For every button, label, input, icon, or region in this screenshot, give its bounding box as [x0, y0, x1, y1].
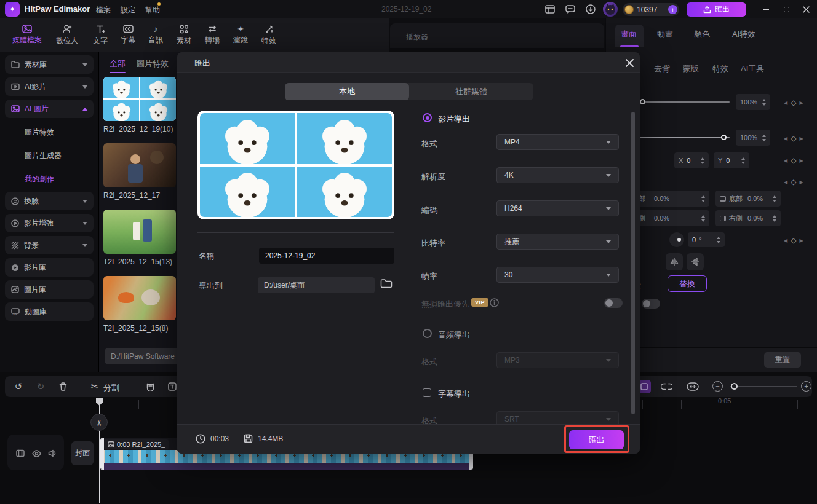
tab-color[interactable]: 顏色	[694, 29, 710, 40]
bitrate-select[interactable]: 推薦	[496, 234, 619, 250]
fit-timeline-icon[interactable]	[685, 380, 700, 393]
sidebar-item-image-library[interactable]: 圖片庫	[5, 280, 94, 299]
sidebar-item-video-enhance[interactable]: 影片增強	[5, 214, 94, 232]
media-item-thumbnail[interactable]	[103, 77, 176, 121]
position-keyframe-nav[interactable]: ◀◇▶	[784, 156, 803, 165]
sidebar-subitem-my-creations[interactable]: 我的創作	[25, 174, 54, 184]
media-item-thumbnail[interactable]	[103, 276, 176, 320]
resolution-select[interactable]: 4K	[496, 167, 619, 183]
credits-pill[interactable]: 10397 +	[623, 3, 679, 16]
scale-slider-handle[interactable]	[640, 99, 645, 104]
format-select[interactable]: MP4	[496, 134, 619, 150]
sidebar-subitem-image-generator[interactable]: 圖片生成器	[25, 151, 62, 161]
keyframe-add-icon[interactable]: ◇	[791, 156, 796, 165]
redo-icon[interactable]: ↻	[33, 380, 48, 393]
keyframe-next-icon[interactable]: ▶	[799, 136, 803, 141]
minimize-button[interactable]	[762, 5, 770, 14]
rotation-dial[interactable]	[669, 232, 684, 247]
video-export-radio[interactable]	[423, 113, 432, 122]
track-mute-icon[interactable]	[48, 449, 57, 460]
close-button[interactable]	[802, 5, 810, 14]
sidebar-item-ai-video[interactable]: AI影片	[5, 77, 94, 96]
crop-left-stepper[interactable]	[701, 215, 705, 222]
scale-stepper[interactable]	[762, 99, 766, 106]
rotation-keyframe-nav[interactable]: ◀◇▶	[784, 236, 803, 245]
inspector-toggle[interactable]	[642, 299, 660, 309]
opacity-keyframe-nav[interactable]: ◀◇▶	[784, 134, 803, 143]
dialog-close-button[interactable]	[624, 57, 635, 68]
keyframe-prev-icon[interactable]: ◀	[784, 158, 787, 163]
flip-vertical-button[interactable]	[687, 253, 704, 270]
track-visibility-icon[interactable]	[32, 449, 41, 460]
opacity-stepper[interactable]	[762, 135, 766, 141]
keyframe-prev-icon[interactable]: ◀	[784, 238, 787, 243]
rotation-stepper[interactable]	[717, 237, 720, 243]
x-stepper[interactable]	[701, 157, 704, 164]
keyframe-next-icon[interactable]: ▶	[799, 238, 803, 243]
audio-export-radio[interactable]	[423, 329, 432, 338]
media-tab-all[interactable]: 全部	[110, 58, 126, 69]
keyframe-prev-icon[interactable]: ◀	[784, 136, 787, 141]
keyframe-add-icon[interactable]: ◇	[791, 178, 796, 186]
crop-bottom-stepper[interactable]	[773, 195, 776, 202]
keyframe-next-icon[interactable]: ▶	[799, 179, 803, 185]
opacity-slider[interactable]	[637, 137, 730, 138]
codec-select[interactable]: H264	[496, 200, 619, 216]
maximize-button[interactable]	[782, 5, 791, 14]
zoom-in-icon[interactable]: +	[801, 381, 811, 392]
media-item-thumbnail[interactable]	[103, 210, 176, 254]
export-name-field[interactable]	[259, 248, 394, 264]
scissors-icon[interactable]: ✂	[87, 380, 102, 393]
menu-settings[interactable]: 設定	[121, 5, 135, 15]
dialog-scrollbar[interactable]	[631, 112, 635, 414]
opacity-value-box[interactable]: 100%	[736, 130, 770, 146]
download-icon[interactable]	[584, 4, 597, 15]
cover-button[interactable]: 封面	[71, 441, 94, 465]
tab-ai-effects[interactable]: AI特效	[732, 29, 755, 40]
sidebar-item-material-library[interactable]: 素材庫	[5, 55, 94, 74]
zoom-out-icon[interactable]: −	[712, 381, 723, 392]
lossless-toggle[interactable]	[604, 298, 623, 308]
crop-keyframe-nav[interactable]: ◀◇▶	[784, 178, 803, 186]
add-credits-button[interactable]: +	[668, 5, 677, 14]
crop-right-box[interactable]: 右側 0.0%	[715, 210, 781, 226]
framerate-select[interactable]: 30	[496, 267, 619, 283]
replace-button[interactable]: 替換	[668, 275, 707, 292]
tab-local[interactable]: 本地	[285, 83, 409, 100]
keyframe-prev-icon[interactable]: ◀	[784, 100, 787, 106]
avatar[interactable]	[603, 2, 618, 17]
menu-help[interactable]: 幫助	[145, 5, 160, 15]
position-x-box[interactable]: X 0	[674, 152, 709, 168]
sidebar-item-ai-image[interactable]: AI 圖片	[5, 100, 94, 118]
sticker-icon[interactable]	[143, 380, 157, 393]
menu-file[interactable]: 檔案	[96, 5, 111, 15]
sidebar-item-face-swap[interactable]: 換臉	[5, 192, 94, 210]
split-at-playhead-button[interactable]: ✂	[90, 414, 108, 431]
sidebar-item-gif-library[interactable]: GIF 動圖庫	[5, 302, 94, 321]
ribbon-digital-human[interactable]: 數位人	[49, 20, 85, 50]
tab-animation[interactable]: 動畫	[657, 29, 673, 40]
opacity-slider-handle[interactable]	[721, 135, 727, 140]
rotation-value-box[interactable]: 0 °	[688, 232, 725, 247]
export-button-top[interactable]: 匯出	[687, 2, 746, 17]
clip-trim-handle-left[interactable]	[101, 438, 104, 470]
subtab-effects[interactable]: 特效	[712, 63, 728, 74]
reset-button[interactable]: 重置	[764, 352, 801, 368]
ribbon-media[interactable]: 媒體檔案	[9, 20, 45, 50]
timeline-zoom-slider[interactable]	[730, 386, 797, 387]
media-item-thumbnail[interactable]	[103, 143, 176, 187]
y-stepper[interactable]	[741, 157, 745, 164]
timeline-zoom-handle[interactable]	[731, 383, 738, 390]
sidebar-item-video-library[interactable]: 影片庫	[5, 258, 94, 277]
scale-slider[interactable]	[637, 101, 730, 103]
media-tab-image-effects[interactable]: 圖片特效	[137, 58, 169, 69]
feedback-icon[interactable]	[564, 4, 576, 15]
browse-folder-button[interactable]	[380, 278, 393, 291]
link-icon[interactable]	[660, 380, 674, 393]
scale-keyframe-nav[interactable]: ◀◇▶	[784, 98, 803, 107]
keyframe-prev-icon[interactable]: ◀	[784, 179, 787, 185]
tab-social-media[interactable]: 社群媒體	[409, 83, 533, 100]
crop-right-stepper[interactable]	[773, 215, 776, 222]
crop-top-stepper[interactable]	[701, 195, 705, 202]
subtitle-export-checkbox[interactable]	[423, 388, 431, 397]
